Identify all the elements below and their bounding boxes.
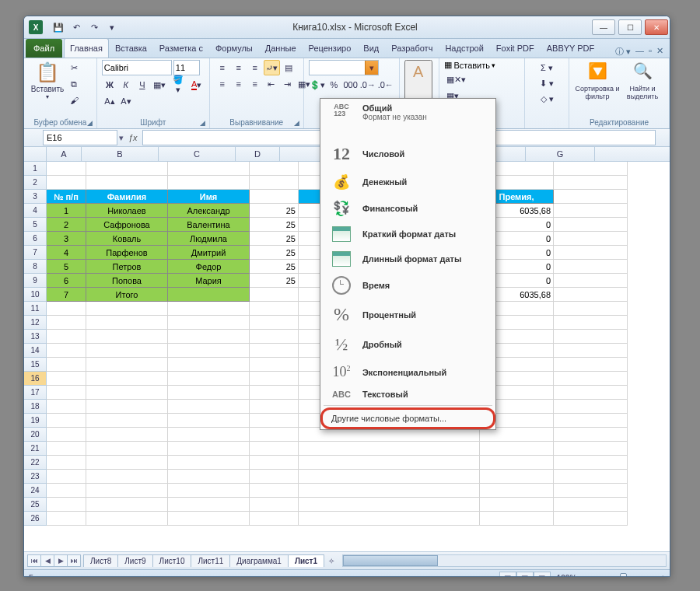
number-format-item[interactable]: 💱Финансовый (320, 195, 495, 222)
ribbon-tab[interactable]: Данные (259, 38, 303, 58)
window-maximize-button[interactable]: ☐ (618, 19, 642, 35)
italic-button[interactable]: К (118, 77, 134, 93)
cell[interactable] (299, 470, 480, 484)
cell[interactable] (86, 162, 168, 176)
cell[interactable] (168, 302, 250, 316)
row-header[interactable]: 9 (24, 274, 47, 288)
paste-button[interactable]: 📋 Вставить ▾ (29, 60, 66, 113)
cell[interactable] (250, 386, 299, 400)
row-header[interactable]: 6 (24, 232, 47, 246)
underline-button[interactable]: Ч (135, 77, 150, 93)
cell[interactable] (554, 484, 628, 498)
cell[interactable]: 3 (47, 232, 86, 246)
accounting-format-icon[interactable]: 💲▾ (309, 77, 326, 93)
row-header[interactable]: 2 (24, 176, 47, 190)
cell[interactable] (554, 288, 628, 302)
cell[interactable] (554, 358, 628, 372)
cell[interactable]: Коваль (86, 232, 168, 246)
sheet-nav-last-icon[interactable]: ⏭ (67, 554, 81, 567)
cell[interactable] (554, 470, 628, 484)
ribbon-close-icon[interactable]: ✕ (656, 46, 663, 58)
cell[interactable] (168, 372, 250, 386)
cell[interactable] (250, 316, 299, 330)
cell[interactable]: № п/п (47, 190, 86, 204)
cell[interactable] (250, 400, 299, 414)
sheet-tab[interactable]: Лист10 (152, 554, 192, 567)
namebox-dropdown-icon[interactable]: ▾ (119, 133, 124, 143)
sheet-nav-prev-icon[interactable]: ◀ (40, 554, 54, 567)
row-header[interactable]: 21 (24, 442, 47, 456)
cell[interactable] (47, 386, 86, 400)
cell[interactable] (299, 484, 480, 498)
ribbon-tab[interactable]: Рецензиро (303, 38, 358, 58)
cell[interactable] (250, 484, 299, 498)
cell[interactable] (554, 386, 628, 400)
row-header[interactable]: 20 (24, 428, 47, 442)
cell[interactable]: 6 (47, 274, 86, 288)
align-bottom-icon[interactable]: ≡ (247, 60, 263, 75)
row-header[interactable]: 4 (24, 204, 47, 218)
cell[interactable] (299, 442, 480, 456)
cell[interactable] (250, 428, 299, 442)
cell[interactable]: Дмитрий (168, 246, 250, 260)
cell[interactable] (168, 484, 250, 498)
cell[interactable] (86, 330, 168, 344)
cell[interactable]: 25 (250, 246, 299, 260)
chevron-down-icon[interactable]: ▾ (365, 61, 378, 75)
cell[interactable] (47, 428, 86, 442)
sheet-tab[interactable]: Лист8 (83, 554, 118, 567)
cell[interactable] (554, 512, 628, 526)
ribbon-tab[interactable]: ABBYY PDF (541, 38, 601, 58)
bold-button[interactable]: Ж (102, 77, 117, 93)
cell[interactable] (47, 162, 86, 176)
number-format-item[interactable]: Краткий формат даты (320, 222, 495, 247)
cell[interactable] (250, 414, 299, 428)
align-center-icon[interactable]: ≡ (231, 76, 247, 92)
cell[interactable] (168, 288, 250, 302)
cell[interactable]: 1 (47, 204, 86, 218)
number-format-item[interactable]: ½Дробный (320, 330, 495, 359)
cell[interactable] (86, 400, 168, 414)
cell[interactable]: 25 (250, 232, 299, 246)
cell[interactable]: Людмила (168, 232, 250, 246)
font-color-icon[interactable]: A▾ (189, 77, 205, 93)
row-header[interactable]: 19 (24, 414, 47, 428)
cell[interactable]: Сафронова (86, 218, 168, 232)
cell[interactable] (554, 176, 628, 190)
qat-undo-icon[interactable]: ↶ (68, 20, 84, 34)
font-name-input[interactable] (102, 60, 172, 75)
number-format-item[interactable]: Длинный формат даты (320, 247, 495, 271)
sheet-tab[interactable]: Лист9 (117, 554, 152, 567)
cell[interactable]: Имя (168, 190, 250, 204)
cell[interactable] (250, 442, 299, 456)
row-header[interactable]: 10 (24, 288, 47, 302)
cell[interactable] (554, 162, 628, 176)
cell[interactable]: 5 (47, 260, 86, 274)
ribbon-tab[interactable]: Главная (64, 38, 109, 58)
cell[interactable]: Федор (168, 260, 250, 274)
row-header[interactable]: 7 (24, 246, 47, 260)
insert-cells-button[interactable]: Вставить (453, 61, 490, 70)
decrease-decimal-icon[interactable]: .0← (377, 77, 394, 93)
border-icon[interactable]: ▦▾ (151, 77, 167, 93)
row-header[interactable]: 18 (24, 400, 47, 414)
cell[interactable] (554, 456, 628, 470)
ribbon-tab[interactable]: Вставка (109, 38, 153, 58)
align-right-icon[interactable]: ≡ (247, 76, 263, 92)
qat-save-icon[interactable]: 💾 (51, 20, 66, 34)
cell[interactable] (47, 330, 86, 344)
cell[interactable] (480, 456, 554, 470)
number-format-item[interactable]: ABC123ОбщийФормат не указан (320, 99, 495, 139)
cell[interactable]: Мария (168, 274, 250, 288)
number-format-item[interactable]: 12Числовой (320, 139, 495, 169)
cell[interactable] (554, 330, 628, 344)
wrap-text-icon[interactable]: ▤ (281, 60, 296, 75)
cell[interactable]: 25 (250, 274, 299, 288)
cell[interactable] (168, 344, 250, 358)
zoom-thumb[interactable] (620, 573, 627, 577)
row-header[interactable]: 3 (24, 190, 47, 204)
cell[interactable] (86, 428, 168, 442)
sheet-tab[interactable]: Лист11 (191, 554, 230, 567)
cell[interactable] (554, 498, 628, 512)
find-select-button[interactable]: 🔍 Найти и выделить (621, 60, 664, 113)
